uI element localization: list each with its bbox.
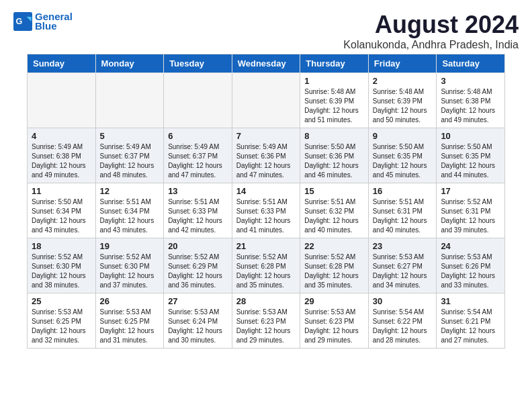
day-info: Sunrise: 5:49 AM Sunset: 6:36 PM Dayligh…	[236, 142, 296, 180]
calendar-cell: 8Sunrise: 5:50 AM Sunset: 6:36 PM Daylig…	[300, 128, 369, 183]
calendar-cell: 4Sunrise: 5:49 AM Sunset: 6:38 PM Daylig…	[28, 128, 96, 183]
day-info: Sunrise: 5:52 AM Sunset: 6:28 PM Dayligh…	[304, 253, 364, 290]
day-number: 16	[373, 186, 433, 196]
header-sunday: Sunday	[28, 54, 96, 73]
calendar-cell: 10Sunrise: 5:50 AM Sunset: 6:35 PM Dayli…	[437, 128, 505, 183]
day-info: Sunrise: 5:53 AM Sunset: 6:23 PM Dayligh…	[236, 308, 296, 345]
calendar-cell: 3Sunrise: 5:48 AM Sunset: 6:38 PM Daylig…	[437, 73, 505, 128]
calendar-container: Sunday Monday Tuesday Wednesday Thursday…	[0, 54, 532, 362]
day-number: 12	[100, 186, 160, 196]
day-number: 7	[236, 131, 296, 141]
day-number: 2	[373, 76, 433, 86]
calendar-cell: 20Sunrise: 5:52 AM Sunset: 6:29 PM Dayli…	[164, 238, 232, 293]
day-number: 27	[168, 296, 228, 306]
day-info: Sunrise: 5:48 AM Sunset: 6:39 PM Dayligh…	[304, 87, 364, 125]
day-number: 1	[304, 76, 364, 86]
day-number: 17	[441, 186, 500, 196]
day-info: Sunrise: 5:50 AM Sunset: 6:34 PM Dayligh…	[32, 197, 91, 235]
calendar-cell: 13Sunrise: 5:51 AM Sunset: 6:33 PM Dayli…	[164, 183, 232, 238]
day-info: Sunrise: 5:49 AM Sunset: 6:37 PM Dayligh…	[100, 142, 160, 180]
day-info: Sunrise: 5:53 AM Sunset: 6:26 PM Dayligh…	[441, 253, 500, 290]
day-info: Sunrise: 5:52 AM Sunset: 6:31 PM Dayligh…	[441, 197, 500, 235]
calendar-row-2: 4Sunrise: 5:49 AM Sunset: 6:38 PM Daylig…	[28, 128, 505, 183]
header: G General Blue August 2024 Kolanukonda, …	[0, 0, 532, 54]
day-number: 20	[168, 241, 228, 251]
calendar-cell: 19Sunrise: 5:52 AM Sunset: 6:30 PM Dayli…	[95, 238, 164, 293]
day-info: Sunrise: 5:48 AM Sunset: 6:39 PM Dayligh…	[373, 87, 433, 125]
calendar-cell: 26Sunrise: 5:53 AM Sunset: 6:25 PM Dayli…	[95, 293, 164, 349]
header-friday: Friday	[368, 54, 437, 73]
header-tuesday: Tuesday	[164, 54, 232, 73]
header-thursday: Thursday	[300, 54, 369, 73]
calendar-cell: 14Sunrise: 5:51 AM Sunset: 6:33 PM Dayli…	[232, 183, 300, 238]
day-info: Sunrise: 5:52 AM Sunset: 6:30 PM Dayligh…	[32, 253, 91, 290]
day-info: Sunrise: 5:52 AM Sunset: 6:29 PM Dayligh…	[168, 253, 228, 290]
day-number: 3	[441, 76, 500, 86]
header-monday: Monday	[95, 54, 164, 73]
calendar-cell: 31Sunrise: 5:54 AM Sunset: 6:21 PM Dayli…	[437, 293, 505, 349]
day-number: 15	[304, 186, 364, 196]
calendar-cell: 7Sunrise: 5:49 AM Sunset: 6:36 PM Daylig…	[232, 128, 300, 183]
day-number: 19	[100, 241, 160, 251]
day-info: Sunrise: 5:48 AM Sunset: 6:38 PM Dayligh…	[441, 87, 500, 125]
logo: G General Blue	[13, 11, 73, 32]
day-info: Sunrise: 5:51 AM Sunset: 6:31 PM Dayligh…	[373, 197, 433, 235]
day-number: 13	[168, 186, 228, 196]
calendar-row-3: 11Sunrise: 5:50 AM Sunset: 6:34 PM Dayli…	[28, 183, 505, 238]
calendar-cell: 15Sunrise: 5:51 AM Sunset: 6:32 PM Dayli…	[300, 183, 369, 238]
day-number: 29	[304, 296, 364, 306]
weekday-header-row: Sunday Monday Tuesday Wednesday Thursday…	[28, 54, 505, 73]
logo-text: General Blue	[35, 11, 73, 32]
calendar-cell: 6Sunrise: 5:49 AM Sunset: 6:37 PM Daylig…	[164, 128, 232, 183]
day-number: 22	[304, 241, 364, 251]
day-number: 25	[32, 296, 91, 306]
day-number: 31	[441, 296, 500, 306]
day-info: Sunrise: 5:50 AM Sunset: 6:35 PM Dayligh…	[441, 142, 500, 180]
day-number: 10	[441, 131, 500, 141]
calendar-cell: 1Sunrise: 5:48 AM Sunset: 6:39 PM Daylig…	[300, 73, 369, 128]
title-section: August 2024 Kolanukonda, Andhra Pradesh,…	[343, 11, 519, 51]
calendar-cell: 23Sunrise: 5:53 AM Sunset: 6:27 PM Dayli…	[368, 238, 437, 293]
day-number: 26	[100, 296, 160, 306]
day-info: Sunrise: 5:50 AM Sunset: 6:35 PM Dayligh…	[373, 142, 433, 180]
month-title: August 2024	[343, 11, 519, 39]
header-saturday: Saturday	[437, 54, 505, 73]
calendar-cell: 22Sunrise: 5:52 AM Sunset: 6:28 PM Dayli…	[300, 238, 369, 293]
calendar-cell: 17Sunrise: 5:52 AM Sunset: 6:31 PM Dayli…	[437, 183, 505, 238]
day-info: Sunrise: 5:49 AM Sunset: 6:37 PM Dayligh…	[168, 142, 228, 180]
calendar-cell	[95, 73, 164, 128]
day-number: 14	[236, 186, 296, 196]
day-info: Sunrise: 5:52 AM Sunset: 6:30 PM Dayligh…	[100, 253, 160, 290]
day-number: 9	[373, 131, 433, 141]
calendar-table: Sunday Monday Tuesday Wednesday Thursday…	[27, 54, 505, 349]
calendar-cell: 11Sunrise: 5:50 AM Sunset: 6:34 PM Dayli…	[28, 183, 96, 238]
day-info: Sunrise: 5:51 AM Sunset: 6:33 PM Dayligh…	[236, 197, 296, 235]
day-info: Sunrise: 5:53 AM Sunset: 6:24 PM Dayligh…	[168, 308, 228, 345]
logo-icon: G	[13, 12, 32, 31]
day-info: Sunrise: 5:52 AM Sunset: 6:28 PM Dayligh…	[236, 253, 296, 290]
day-info: Sunrise: 5:54 AM Sunset: 6:22 PM Dayligh…	[373, 308, 433, 345]
day-number: 5	[100, 131, 160, 141]
day-number: 11	[32, 186, 91, 196]
calendar-cell	[232, 73, 300, 128]
calendar-cell: 27Sunrise: 5:53 AM Sunset: 6:24 PM Dayli…	[164, 293, 232, 349]
calendar-cell: 25Sunrise: 5:53 AM Sunset: 6:25 PM Dayli…	[28, 293, 96, 349]
calendar-cell: 29Sunrise: 5:53 AM Sunset: 6:23 PM Dayli…	[300, 293, 369, 349]
calendar-cell: 16Sunrise: 5:51 AM Sunset: 6:31 PM Dayli…	[368, 183, 437, 238]
day-number: 21	[236, 241, 296, 251]
calendar-cell: 21Sunrise: 5:52 AM Sunset: 6:28 PM Dayli…	[232, 238, 300, 293]
calendar-cell: 18Sunrise: 5:52 AM Sunset: 6:30 PM Dayli…	[28, 238, 96, 293]
calendar-cell: 30Sunrise: 5:54 AM Sunset: 6:22 PM Dayli…	[368, 293, 437, 349]
calendar-cell	[28, 73, 96, 128]
header-wednesday: Wednesday	[232, 54, 300, 73]
svg-text:G: G	[16, 17, 23, 26]
day-info: Sunrise: 5:53 AM Sunset: 6:27 PM Dayligh…	[373, 253, 433, 290]
day-info: Sunrise: 5:53 AM Sunset: 6:25 PM Dayligh…	[100, 308, 160, 345]
day-number: 18	[32, 241, 91, 251]
calendar-cell: 5Sunrise: 5:49 AM Sunset: 6:37 PM Daylig…	[95, 128, 164, 183]
calendar-row-5: 25Sunrise: 5:53 AM Sunset: 6:25 PM Dayli…	[28, 293, 505, 349]
day-info: Sunrise: 5:51 AM Sunset: 6:34 PM Dayligh…	[100, 197, 160, 235]
day-info: Sunrise: 5:54 AM Sunset: 6:21 PM Dayligh…	[441, 308, 500, 345]
calendar-cell: 24Sunrise: 5:53 AM Sunset: 6:26 PM Dayli…	[437, 238, 505, 293]
calendar-cell: 12Sunrise: 5:51 AM Sunset: 6:34 PM Dayli…	[95, 183, 164, 238]
